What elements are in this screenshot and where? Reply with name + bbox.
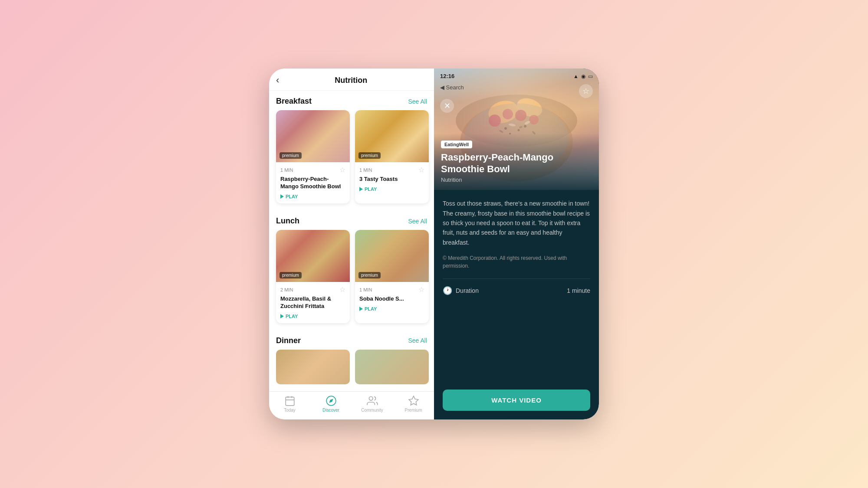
play-button[interactable]: PLAY bbox=[280, 194, 345, 199]
dinner-see-all[interactable]: See All bbox=[408, 337, 427, 344]
duration-row: 🕐 Duration 1 minute bbox=[443, 286, 590, 295]
back-button[interactable]: ‹ bbox=[276, 75, 279, 86]
right-phone: 12:16 ▲ ◉ ▭ ◀ Search ☆ ✕ EatingWel bbox=[434, 69, 599, 419]
status-bar: 12:16 ▲ ◉ ▭ bbox=[434, 69, 599, 79]
lunch-section-header: Lunch See All bbox=[269, 210, 434, 230]
card-body: 2 MIN ☆ Mozzarella, Basil & Zucchini Fri… bbox=[276, 282, 350, 323]
close-button-area: ✕ bbox=[440, 99, 454, 113]
card-smoothie-bowl[interactable]: premium 1 MIN ☆ Raspberry-Peach-Mango Sm… bbox=[276, 110, 350, 203]
dinner-label: Dinner bbox=[276, 336, 301, 345]
play-label: PLAY bbox=[286, 314, 298, 319]
premium-icon bbox=[408, 395, 419, 406]
favorite-button[interactable]: ☆ bbox=[579, 84, 593, 98]
svg-point-16 bbox=[499, 130, 504, 133]
premium-badge: premium bbox=[358, 152, 381, 159]
duration-left: 🕐 Duration bbox=[443, 286, 479, 295]
svg-point-20 bbox=[524, 121, 530, 125]
favorite-icon[interactable]: ☆ bbox=[418, 166, 424, 174]
nav-label-community: Community bbox=[361, 408, 383, 413]
card-time: 1 MIN bbox=[280, 167, 293, 173]
watch-video-button[interactable]: WATCH VIDEO bbox=[443, 390, 590, 411]
hero-text-overlay: EatingWell Raspberry-Peach-Mango Smoothi… bbox=[434, 133, 599, 190]
favorite-icon[interactable]: ☆ bbox=[339, 166, 345, 174]
lunch-see-all[interactable]: See All bbox=[408, 218, 427, 225]
card-body: 1 MIN ☆ 3 Tasty Toasts PLAY bbox=[355, 162, 429, 196]
status-time: 12:16 bbox=[440, 73, 454, 79]
svg-point-14 bbox=[515, 110, 526, 121]
dinner-section-header: Dinner See All bbox=[269, 330, 434, 350]
hero-section: 12:16 ▲ ◉ ▭ ◀ Search ☆ ✕ EatingWel bbox=[434, 69, 599, 190]
breakfast-see-all[interactable]: See All bbox=[408, 98, 427, 105]
hero-buttons: ☆ bbox=[579, 84, 593, 98]
premium-badge: premium bbox=[358, 272, 381, 278]
nav-label-today: Today bbox=[284, 408, 296, 413]
search-back-button[interactable]: ◀ Search bbox=[440, 84, 464, 98]
svg-point-10 bbox=[486, 98, 521, 126]
lunch-label: Lunch bbox=[276, 216, 299, 226]
play-button[interactable]: PLAY bbox=[359, 306, 424, 311]
nav-item-discover[interactable]: Discover bbox=[310, 395, 352, 413]
dinner-card-partial bbox=[276, 350, 350, 384]
duration-value: 1 minute bbox=[567, 287, 590, 294]
card-image-wrapper: premium bbox=[355, 230, 429, 282]
svg-marker-5 bbox=[329, 399, 333, 403]
page-title: Nutrition bbox=[284, 76, 418, 85]
svg-point-17 bbox=[519, 126, 523, 128]
favorite-icon[interactable]: ☆ bbox=[339, 285, 345, 294]
premium-badge: premium bbox=[279, 152, 302, 159]
wifi-icon: ◉ bbox=[581, 73, 585, 79]
card-body: 1 MIN ☆ Raspberry-Peach-Mango Smoothie B… bbox=[276, 162, 350, 203]
premium-badge: premium bbox=[279, 272, 302, 278]
svg-rect-0 bbox=[286, 397, 294, 406]
card-tasty-toasts[interactable]: premium 1 MIN ☆ 3 Tasty Toasts PLAY bbox=[355, 110, 429, 203]
svg-point-21 bbox=[504, 127, 507, 130]
card-image-wrapper: premium bbox=[276, 110, 350, 162]
card-title: Soba Noodle S... bbox=[359, 295, 424, 303]
detail-content: Toss out those straws, there's a new smo… bbox=[434, 190, 599, 390]
signal-icon: ▲ bbox=[573, 73, 579, 79]
svg-point-22 bbox=[518, 129, 520, 131]
card-time: 1 MIN bbox=[359, 167, 372, 173]
card-title: 3 Tasty Toasts bbox=[359, 176, 424, 183]
scroll-content: Breakfast See All premium 1 MIN ☆ Ra bbox=[269, 91, 434, 391]
close-button[interactable]: ✕ bbox=[440, 99, 454, 113]
nav-item-premium[interactable]: Premium bbox=[393, 395, 434, 413]
card-title: Mozzarella, Basil & Zucchini Frittata bbox=[280, 295, 345, 310]
today-icon bbox=[284, 395, 296, 406]
left-header: ‹ Nutrition bbox=[269, 69, 434, 91]
svg-point-13 bbox=[503, 109, 513, 119]
favorite-icon[interactable]: ☆ bbox=[418, 285, 424, 294]
description-text: Toss out those straws, there's a new smo… bbox=[443, 199, 590, 247]
svg-point-19 bbox=[509, 123, 516, 127]
breakfast-cards: premium 1 MIN ☆ Raspberry-Peach-Mango Sm… bbox=[269, 110, 434, 210]
play-button[interactable]: PLAY bbox=[359, 187, 424, 192]
copyright-text: © Meredith Corporation. All rights reser… bbox=[443, 254, 590, 270]
hero-action-bar: ◀ Search ☆ bbox=[434, 84, 599, 98]
detail-category: Nutrition bbox=[441, 177, 592, 183]
svg-point-15 bbox=[529, 115, 539, 124]
content-divider bbox=[443, 278, 590, 279]
play-triangle-icon bbox=[280, 194, 284, 199]
card-image-wrapper: premium bbox=[276, 230, 350, 282]
play-label: PLAY bbox=[286, 194, 298, 199]
play-label: PLAY bbox=[365, 187, 377, 192]
status-icons: ▲ ◉ ▭ bbox=[573, 73, 593, 79]
nav-label-premium: Premium bbox=[404, 408, 422, 413]
nav-label-discover: Discover bbox=[322, 408, 339, 413]
card-time-row: 1 MIN ☆ bbox=[280, 166, 345, 174]
nav-item-community[interactable]: Community bbox=[352, 395, 393, 413]
discover-icon bbox=[326, 395, 337, 406]
play-triangle-icon bbox=[280, 314, 284, 318]
breakfast-label: Breakfast bbox=[276, 97, 312, 106]
card-time: 2 MIN bbox=[280, 287, 293, 292]
play-label: PLAY bbox=[365, 306, 377, 311]
card-frittata[interactable]: premium 2 MIN ☆ Mozzarella, Basil & Zucc… bbox=[276, 230, 350, 323]
source-badge: EatingWell bbox=[441, 141, 472, 148]
nav-item-today[interactable]: Today bbox=[269, 395, 310, 413]
bottom-navigation: Today Discover Community bbox=[269, 391, 434, 419]
play-button[interactable]: PLAY bbox=[280, 314, 345, 319]
card-soba-noodle[interactable]: premium 1 MIN ☆ Soba Noodle S... PLAY bbox=[355, 230, 429, 323]
duration-label: Duration bbox=[456, 287, 479, 294]
svg-point-6 bbox=[369, 396, 373, 400]
svg-marker-7 bbox=[409, 396, 418, 405]
